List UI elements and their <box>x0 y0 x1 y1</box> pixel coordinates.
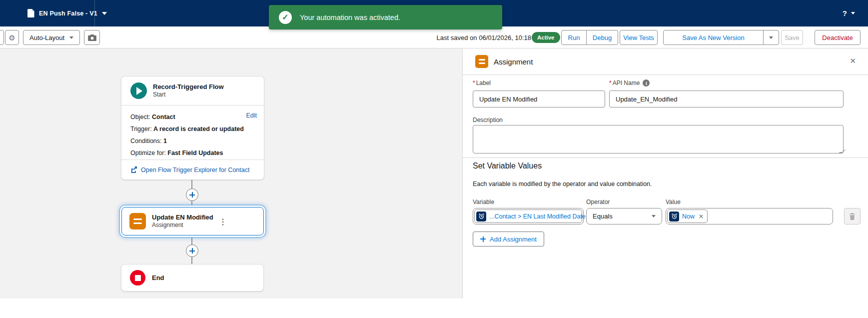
flow-builder-app: EN Push False - V1 ? ⚙ Auto-Layout Last … <box>0 0 868 318</box>
variable-combobox[interactable]: ...Contact > EN Last Modified Date ✕ <box>473 208 584 224</box>
external-link-icon <box>130 166 137 173</box>
start-detail-row: Optimize for: Fast Field Updates <box>130 147 255 159</box>
edit-link[interactable]: Edit <box>246 112 257 119</box>
save-options-chevron-button[interactable] <box>763 30 779 44</box>
last-saved-text: Last saved on 06/01/2026, 10:18 <box>437 26 531 48</box>
end-stop-icon <box>130 270 145 286</box>
panel-title: Assignment <box>494 58 533 66</box>
description-field-label: Description <box>473 116 503 124</box>
help-menu-button[interactable]: ? <box>843 0 855 26</box>
start-node-title: Record-Triggered Flow <box>153 83 224 90</box>
settings-button[interactable]: ⚙ <box>5 30 19 45</box>
label-input[interactable] <box>473 90 605 108</box>
view-tests-button[interactable]: View Tests <box>620 30 658 45</box>
end-node-title: End <box>152 274 164 282</box>
add-element-button[interactable] <box>186 244 198 257</box>
toolbar: ⚙ Auto-Layout Last saved on 06/01/2026, … <box>0 26 868 48</box>
assignment-node-card[interactable]: Update EN Modified Assignment ⋮ <box>121 207 264 236</box>
set-variable-values-help-text: Each variable is modified by the operato… <box>473 180 652 188</box>
start-node-card[interactable]: Record-Triggered Flow Start Object: Cont… <box>121 76 264 180</box>
trash-icon <box>849 212 856 220</box>
bottom-whitespace <box>0 298 868 318</box>
save-button[interactable]: Save <box>781 30 803 45</box>
chevron-down-icon <box>652 215 656 218</box>
save-as-new-version-button[interactable]: Save As New Version <box>664 30 763 44</box>
value-column-label: Value <box>666 198 681 206</box>
check-icon: ✓ <box>279 11 292 24</box>
run-debug-button-group: Run Debug <box>561 30 618 45</box>
datetime-icon <box>476 212 486 222</box>
assignment-icon <box>129 213 146 230</box>
layout-mode-select[interactable]: Auto-Layout <box>23 30 80 45</box>
add-assignment-button[interactable]: Add Assignment <box>473 232 544 246</box>
property-panel: Assignment ✕ *Label *API Name i Descript… <box>462 48 868 318</box>
required-marker: * <box>609 80 612 86</box>
datetime-icon <box>669 212 679 222</box>
add-element-button[interactable] <box>186 188 198 201</box>
start-node-subtitle: Start <box>153 91 224 98</box>
info-icon[interactable]: i <box>643 80 650 86</box>
start-detail-row: Trigger: A record is created or updated <box>130 123 255 135</box>
document-icon <box>27 9 34 18</box>
assignment-node-subtitle: Assignment <box>152 222 213 229</box>
label-field-label: *Label <box>473 80 491 86</box>
variable-column-label: Variable <box>473 198 494 206</box>
help-icon: ? <box>843 9 847 18</box>
toast-notification: ✓ Your automation was activated. <box>269 5 502 30</box>
toolbox-button-partial[interactable] <box>0 30 4 45</box>
layout-mode-label: Auto-Layout <box>29 34 64 42</box>
gear-icon: ⚙ <box>8 34 15 42</box>
variable-pill[interactable]: ...Contact > EN Last Modified Date ✕ <box>474 210 582 223</box>
variable-pill-label[interactable]: ...Contact > EN Last Modified Date <box>489 213 586 220</box>
camera-icon <box>88 34 96 41</box>
status-badge: Active <box>532 32 560 43</box>
operator-column-label: Operator <box>586 198 610 206</box>
deactivate-button[interactable]: Deactivate <box>815 30 861 45</box>
play-icon <box>130 82 147 99</box>
section-divider <box>463 158 868 158</box>
start-detail-row: Conditions: 1 <box>130 135 255 147</box>
chevron-down-icon <box>851 12 855 14</box>
panel-header: Assignment ✕ <box>463 48 868 75</box>
header-divider <box>94 0 95 26</box>
chevron-down-icon <box>769 36 773 39</box>
operator-selected-value: Equals <box>593 212 613 220</box>
start-detail-row: Object: Contact <box>130 111 255 123</box>
value-combobox[interactable]: Now ✕ <box>666 208 833 224</box>
description-textarea[interactable] <box>473 125 844 154</box>
chevron-down-icon <box>69 36 73 39</box>
operator-select[interactable]: Equals <box>586 208 662 224</box>
value-pill-label[interactable]: Now <box>682 213 695 220</box>
close-icon[interactable]: ✕ <box>850 57 856 64</box>
api-name-input[interactable] <box>609 90 844 108</box>
debug-button[interactable]: Debug <box>586 30 618 44</box>
delete-assignment-button[interactable] <box>844 208 861 224</box>
kebab-menu-icon[interactable]: ⋮ <box>219 216 227 226</box>
snapshot-button[interactable] <box>84 30 100 45</box>
remove-icon[interactable]: ✕ <box>699 213 704 220</box>
flow-trigger-explorer-link[interactable]: Open Flow Trigger Explorer for Contact <box>141 166 249 174</box>
required-marker: * <box>473 80 475 86</box>
save-as-new-version-group: Save As New Version <box>663 30 779 45</box>
start-node-details: Object: Contact Trigger: A record is cre… <box>121 105 264 160</box>
flow-title-menu[interactable]: EN Push False - V1 <box>27 0 107 26</box>
run-button[interactable]: Run <box>562 30 586 44</box>
set-variable-values-heading: Set Variable Values <box>473 162 542 170</box>
start-node-header: Record-Triggered Flow Start <box>121 76 264 105</box>
end-node-card[interactable]: End <box>121 264 264 292</box>
start-node-footer: Open Flow Trigger Explorer for Contact <box>121 160 264 180</box>
assignment-node-title: Update EN Modified <box>152 214 213 221</box>
toast-message: Your automation was activated. <box>300 14 400 22</box>
plus-icon <box>480 236 486 242</box>
assignment-icon <box>475 55 488 68</box>
value-pill[interactable]: Now ✕ <box>667 210 708 223</box>
api-name-field-label: *API Name i <box>609 80 650 86</box>
flow-title: EN Push False - V1 <box>39 10 97 17</box>
chevron-down-icon <box>102 12 107 15</box>
add-assignment-label: Add Assignment <box>490 236 537 243</box>
